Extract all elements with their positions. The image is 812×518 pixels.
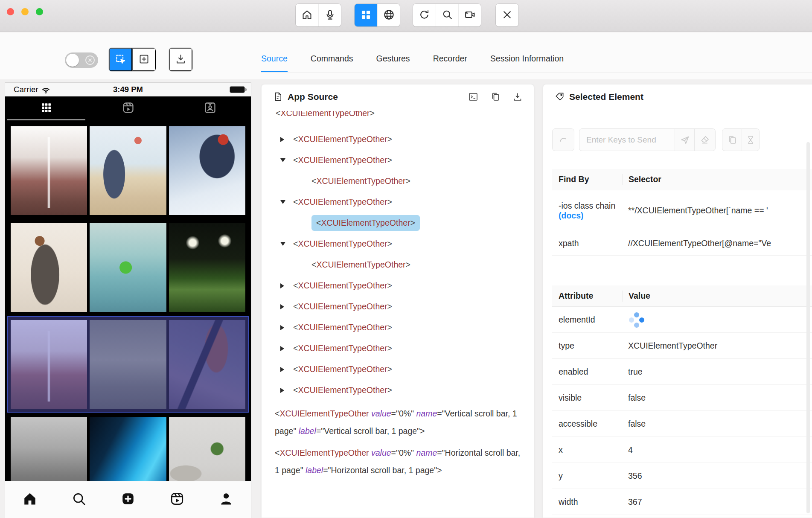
home-icon (301, 9, 313, 22)
copy-source-icon[interactable] (490, 92, 501, 102)
download-screenshot-group (169, 48, 192, 71)
titlebar (0, 0, 812, 32)
find-by-table: Find By Selector-ios class chain(docs)**… (552, 169, 812, 256)
attribute-row: visiblefalse (552, 385, 812, 411)
photo-row (11, 223, 245, 312)
chevron-down-icon[interactable] (280, 242, 293, 246)
tab-commands[interactable]: Commands (311, 46, 353, 72)
attributes-table: Attribute ValueelementIdtypeXCUIElementT… (552, 285, 812, 515)
source-leaf-node[interactable]: <XCUIElementTypeOther value="0%" name="V… (262, 401, 534, 440)
media-tab-grid[interactable] (5, 96, 87, 120)
nav-reels-button[interactable] (169, 491, 185, 508)
source-tree-node[interactable]: <XCUIElementTypeOther> (262, 254, 534, 275)
find-by-header: Find By (552, 175, 623, 184)
photo-baseball-stadium[interactable] (169, 223, 245, 312)
clear-icon (700, 135, 710, 145)
panel-scrollbar[interactable] (806, 142, 810, 513)
copy-attributes-button[interactable] (722, 128, 742, 151)
chevron-right-icon[interactable] (280, 283, 293, 288)
source-tree-node[interactable]: <XCUIElementTypeOther> (262, 171, 534, 192)
photo-ski-slope[interactable] (169, 126, 245, 215)
source-tree-node[interactable]: <XCUIElementTypeOther> (262, 338, 534, 359)
source-tree-node[interactable]: <XCUIElementTypeOther> (262, 275, 534, 296)
toolbar-microphone-button[interactable] (318, 4, 341, 26)
photo-neon-tech[interactable] (90, 417, 166, 481)
send-keys-button[interactable] (675, 128, 695, 151)
toolbar-home-button[interactable] (296, 4, 318, 26)
photo-grid (5, 120, 251, 481)
wait-for-element-button[interactable] (742, 128, 760, 151)
chevron-right-icon[interactable] (280, 346, 293, 351)
photo-barbell-lift[interactable] (169, 320, 245, 409)
photo-running-track-2[interactable] (11, 320, 87, 409)
window-zoom-button[interactable] (36, 8, 43, 15)
device-screen-mirror[interactable]: Carrier 3:49 PM (5, 83, 251, 518)
screenshot-interaction-toggle[interactable] (65, 52, 98, 68)
attribute-value: false (623, 419, 812, 429)
docs-link[interactable]: (docs) (559, 211, 584, 220)
screen-recording-icon (464, 9, 476, 22)
media-tab-reels[interactable] (87, 96, 169, 120)
chevron-down-icon[interactable] (280, 158, 293, 162)
create-icon (120, 501, 136, 508)
chevron-right-icon[interactable] (280, 367, 293, 372)
source-tree-node[interactable]: <XCUIElementTypeOther> (262, 359, 534, 380)
tab-source[interactable]: Source (261, 46, 288, 72)
source-tree-node[interactable]: <XCUIElementTypeOther> (262, 192, 534, 212)
source-tree-node[interactable]: <XCUIElementTypeOther> (262, 129, 534, 150)
photo-grass-closeup[interactable] (90, 320, 166, 409)
source-leaf-node[interactable]: <XCUIElementTypeOther value="0%" name="H… (262, 440, 534, 479)
source-tree-node[interactable]: <XCUIElementTypeOther> (262, 380, 534, 401)
chevron-right-icon[interactable] (280, 325, 293, 330)
clear-text-button[interactable] (695, 128, 716, 151)
nav-home-button[interactable] (22, 491, 38, 508)
photo-lake-swimmer[interactable] (90, 223, 166, 312)
tagged-icon (204, 101, 217, 116)
tree-node-label: <XCUIElementTypeOther> (293, 239, 392, 249)
chevron-right-icon[interactable] (280, 388, 293, 393)
nav-profile-button[interactable] (218, 491, 234, 508)
chevron-down-icon[interactable] (280, 200, 293, 204)
media-tab-tagged[interactable] (169, 96, 251, 120)
source-tree-node[interactable]: <XCUIElementTypeOther> (262, 233, 534, 254)
tap-element-button[interactable] (552, 128, 574, 151)
photo-running-track[interactable] (11, 126, 87, 215)
photo-basketball-dunk[interactable] (11, 223, 87, 312)
chevron-right-icon[interactable] (280, 304, 293, 309)
source-tree-node[interactable]: <XCUIElementTypeOther> (262, 317, 534, 338)
source-tree-node[interactable]: <XCUIElementTypeOther> (262, 212, 534, 233)
window-close-button[interactable] (7, 8, 14, 15)
chevron-right-icon[interactable] (280, 137, 293, 142)
add-locator-icon (138, 53, 150, 66)
send-keys-input[interactable] (579, 128, 675, 151)
tree-node-label: <XCUIElementTypeOther> (293, 364, 392, 374)
photo-desk-plant[interactable] (169, 417, 245, 481)
select-element-button[interactable] (109, 48, 132, 71)
toolbar-browser-button[interactable] (377, 4, 400, 26)
nav-search-button[interactable] (71, 491, 87, 508)
tab-gestures[interactable]: Gestures (376, 46, 410, 72)
window-minimize-button[interactable] (21, 8, 29, 15)
nav-create-button[interactable] (120, 491, 136, 508)
source-tree-node[interactable]: <XCUIElementTypeOther> (262, 150, 534, 171)
attribute-value: 356 (623, 471, 812, 481)
photo-sprint-start[interactable] (11, 417, 87, 481)
download-screenshot-button[interactable] (169, 48, 192, 71)
toolbar-close-session-button[interactable] (496, 4, 518, 26)
attribute-name: visible (552, 393, 623, 403)
terminal-icon[interactable] (468, 92, 478, 102)
source-tree-node[interactable]: <XCUIElementTypeOther> (262, 111, 534, 129)
toolbar-app-grid-button[interactable] (355, 4, 377, 26)
toolbar-group (296, 4, 341, 26)
add-locator-button[interactable] (132, 48, 156, 71)
toolbar-screen-recording-button[interactable] (458, 4, 481, 26)
toolbar-refresh-button[interactable] (413, 4, 436, 26)
toolbar-search-button[interactable] (436, 4, 458, 26)
value-header: Value (623, 291, 812, 302)
source-tree-node[interactable]: <XCUIElementTypeOther> (262, 296, 534, 317)
attribute-name: accessible (552, 419, 623, 429)
tab-session-information[interactable]: Session Information (490, 46, 564, 72)
photo-basketball-court[interactable] (90, 126, 166, 215)
tab-recorder[interactable]: Recorder (433, 46, 467, 72)
download-source-icon[interactable] (512, 92, 523, 102)
